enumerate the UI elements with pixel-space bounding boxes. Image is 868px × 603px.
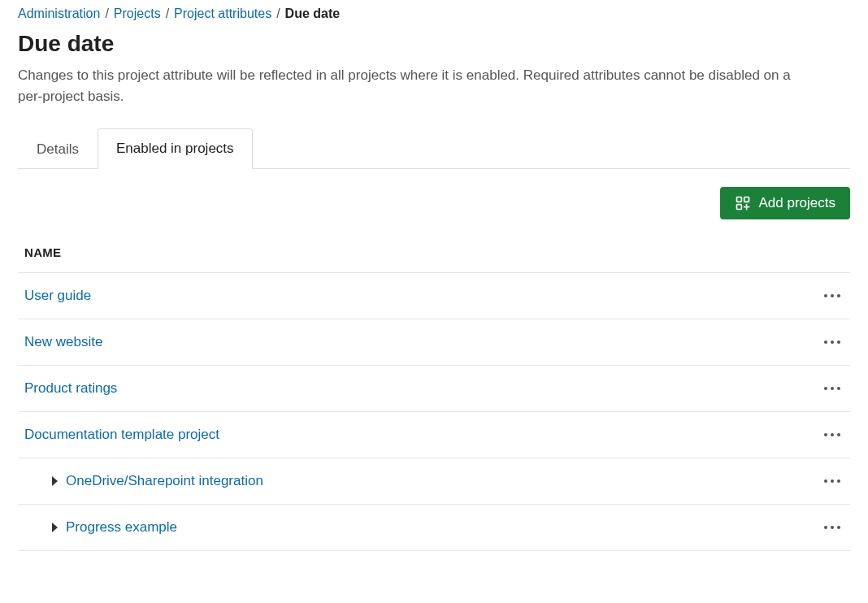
tabs: Details Enabled in projects bbox=[18, 128, 850, 169]
breadcrumb-link-project-attributes[interactable]: Project attributes bbox=[174, 7, 271, 21]
project-link[interactable]: Documentation template project bbox=[24, 427, 821, 443]
expand-caret-icon[interactable] bbox=[52, 476, 58, 486]
expand-caret-icon[interactable] bbox=[52, 523, 58, 532]
table-row: User guide bbox=[18, 272, 850, 319]
breadcrumb-separator: / bbox=[105, 7, 108, 21]
tab-enabled-in-projects[interactable]: Enabled in projects bbox=[98, 128, 253, 169]
table-row: OneDrive/Sharepoint integration bbox=[18, 458, 850, 504]
project-link[interactable]: Progress example bbox=[66, 519, 821, 536]
row-actions-menu-icon[interactable] bbox=[821, 337, 844, 347]
breadcrumb-link-projects[interactable]: Projects bbox=[114, 7, 161, 21]
row-actions-menu-icon[interactable] bbox=[821, 476, 844, 486]
project-link[interactable]: Product ratings bbox=[24, 380, 821, 397]
page-description: Changes to this project attribute will b… bbox=[18, 65, 814, 106]
page-title: Due date bbox=[18, 31, 850, 57]
project-link[interactable]: OneDrive/Sharepoint integration bbox=[66, 473, 821, 489]
toolbar: Add projects bbox=[18, 187, 850, 219]
project-link[interactable]: User guide bbox=[24, 288, 821, 304]
svg-rect-2 bbox=[736, 205, 741, 210]
table-row: Documentation template project bbox=[18, 411, 850, 458]
table-row: New website bbox=[18, 319, 850, 365]
table-row: Progress example bbox=[18, 504, 850, 550]
row-actions-menu-icon[interactable] bbox=[821, 384, 844, 393]
row-actions-menu-icon[interactable] bbox=[821, 430, 844, 440]
project-link[interactable]: New website bbox=[24, 334, 821, 350]
breadcrumb: Administration / Projects / Project attr… bbox=[18, 7, 850, 21]
row-actions-menu-icon[interactable] bbox=[821, 523, 844, 532]
row-actions-menu-icon[interactable] bbox=[821, 291, 844, 301]
tab-details[interactable]: Details bbox=[18, 129, 98, 169]
breadcrumb-separator: / bbox=[276, 7, 280, 21]
add-projects-button[interactable]: Add projects bbox=[720, 187, 851, 219]
breadcrumb-link-administration[interactable]: Administration bbox=[18, 7, 100, 21]
svg-rect-1 bbox=[744, 197, 749, 202]
svg-rect-0 bbox=[736, 197, 741, 202]
breadcrumb-separator: / bbox=[166, 7, 169, 21]
table-row: Product ratings bbox=[18, 365, 850, 411]
projects-table: NAME User guideNew websiteProduct rating… bbox=[18, 237, 850, 551]
breadcrumb-current: Due date bbox=[285, 7, 341, 21]
add-projects-label: Add projects bbox=[759, 195, 836, 211]
table-header-name: NAME bbox=[18, 237, 850, 272]
add-projects-icon bbox=[735, 195, 751, 211]
